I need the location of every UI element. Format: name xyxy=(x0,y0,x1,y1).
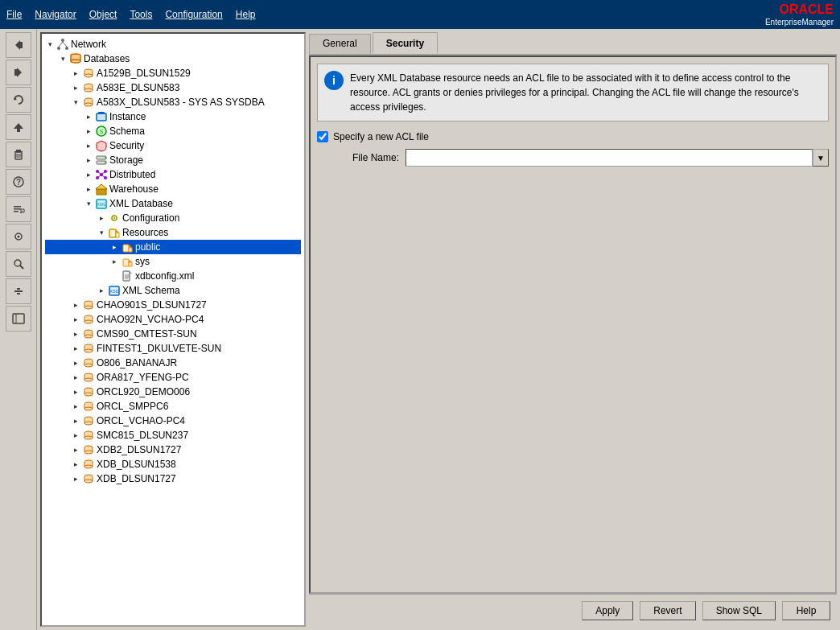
expand-distributed-icon: ▸ xyxy=(84,170,93,179)
toolbar-edit-btn[interactable] xyxy=(6,196,31,222)
toolbar-delete-btn[interactable] xyxy=(6,142,31,167)
tree-node-a583x[interactable]: ▾ A583X_DLSUN583 - SYS AS SYSDBA xyxy=(45,95,301,109)
toolbar-back-btn[interactable] xyxy=(6,32,31,58)
menu-configuration[interactable]: Configuration xyxy=(165,9,222,20)
menu-object[interactable]: Object xyxy=(89,9,117,20)
tree-node-ora817[interactable]: ▸ ORA817_YFENG-PC xyxy=(45,370,301,385)
expand-a583x-icon: ▾ xyxy=(71,97,80,107)
tree-node-fintest1[interactable]: ▸ FINTEST1_DKULVETE-SUN xyxy=(45,341,301,356)
tree-node-a1529b[interactable]: ▸ A1529B_DLSUN1529 xyxy=(45,66,301,80)
expand-xmldb-icon: ▾ xyxy=(84,199,93,208)
tree-node-chao901s[interactable]: ▸ CHAO901S_DLSUN1727 xyxy=(45,298,301,312)
schema-icon: S xyxy=(95,125,108,138)
svg-point-41 xyxy=(84,74,93,77)
filename-dropdown-btn[interactable]: ▼ xyxy=(813,149,829,167)
svg-rect-55 xyxy=(98,112,105,114)
a583x-icon xyxy=(82,96,95,109)
expand-schema-icon: ▸ xyxy=(84,126,93,136)
configuration-label: Configuration xyxy=(122,212,179,224)
tree-node-resources[interactable]: ▾ Resources xyxy=(45,225,301,240)
expand-chao901s-icon: ▸ xyxy=(71,300,80,310)
svg-rect-79 xyxy=(116,233,119,237)
chao92n-label: CHAO92N_VCHAO-PC4 xyxy=(97,314,204,325)
chao901s-icon xyxy=(82,299,95,311)
tree-node-orcl920[interactable]: ▸ ORCL920_DEMO006 xyxy=(45,385,301,399)
tree-node-chao92n[interactable]: ▸ CHAO92N_VCHAO-PC4 xyxy=(45,312,301,327)
smc815-icon xyxy=(82,429,95,442)
tree-node-warehouse[interactable]: ▸ Warehouse xyxy=(45,182,301,196)
toolbar-view-btn[interactable] xyxy=(6,224,31,249)
expand-instance-icon: ▸ xyxy=(84,112,93,121)
bottom-bar: Apply Revert Show SQL Help xyxy=(309,594,837,627)
orcl920-label: ORCL920_DEMO006 xyxy=(97,386,190,397)
menu-navigator[interactable]: Navigator xyxy=(35,9,76,20)
tree-node-cms90[interactable]: ▸ CMS90_CMTEST-SUN xyxy=(45,327,301,341)
svg-rect-6 xyxy=(17,129,20,132)
toolbar-up-btn[interactable] xyxy=(6,114,31,140)
svg-rect-54 xyxy=(97,113,106,121)
svg-marker-0 xyxy=(15,40,20,50)
public-label: public xyxy=(135,241,160,253)
tab-general[interactable]: General xyxy=(309,34,371,54)
tree-node-databases[interactable]: ▾ Databases xyxy=(45,51,301,66)
revert-button[interactable]: Revert xyxy=(640,601,695,620)
svg-rect-15 xyxy=(14,206,21,208)
tree-node-distributed[interactable]: ▸ Distributed xyxy=(45,167,301,182)
toolbar-search-btn[interactable] xyxy=(6,251,31,277)
tree-node-smc815[interactable]: ▸ SMC815_DLSUN237 xyxy=(45,428,301,443)
show-sql-button[interactable]: Show SQL xyxy=(702,601,776,620)
tree-node-xdb-dlsun1727[interactable]: ▸ XDB_DLSUN1727 xyxy=(45,471,301,486)
ora817-label: ORA817_YFENG-PC xyxy=(97,372,189,383)
help-button[interactable]: Help xyxy=(782,601,830,620)
svg-rect-27 xyxy=(13,314,24,323)
right-panel: General Security i Every XML Database re… xyxy=(309,32,837,627)
toolbar-tools-btn[interactable] xyxy=(6,278,31,304)
tree-node-xdb-dlsun1538[interactable]: ▸ XDB_DLSUN1538 xyxy=(45,457,301,471)
tree-node-configuration[interactable]: ▸ Configuration xyxy=(45,211,301,225)
svg-point-155 xyxy=(84,480,93,483)
tree-node-orcl-smppc6[interactable]: ▸ ORCL_SMPPC6 xyxy=(45,399,301,414)
tree-node-orcl-vchao[interactable]: ▸ ORCL_VCHAO-PC4 xyxy=(45,414,301,428)
tree-node-xdb2[interactable]: ▸ XDB2_DLSUN1727 xyxy=(45,443,301,457)
xmlschema-label: XML Schema xyxy=(122,285,180,296)
expand-resources-icon: ▾ xyxy=(97,228,106,237)
tree-node-sys[interactable]: ▸ sys xyxy=(45,254,301,269)
tree-node-xdbconfig[interactable]: ▸ xdbconfig.xml xyxy=(45,269,301,283)
tree-node-xmlschema[interactable]: ▸ XSD XML Schema xyxy=(45,283,301,298)
svg-point-22 xyxy=(14,260,21,266)
svg-marker-84 xyxy=(129,259,132,262)
warehouse-label: Warehouse xyxy=(109,183,159,195)
tab-security[interactable]: Security xyxy=(373,32,438,54)
tree-node-a583e[interactable]: ▸ A583E_DLSUN583 xyxy=(45,80,301,95)
sys-label: sys xyxy=(135,256,150,267)
tree-node-network[interactable]: ▾ Network xyxy=(45,37,301,51)
chao92n-icon xyxy=(82,313,95,326)
toolbar-help-btn[interactable]: ? xyxy=(6,169,31,195)
left-toolbar: ? xyxy=(0,29,37,630)
distributed-label: Distributed xyxy=(109,169,155,180)
menu-help[interactable]: Help xyxy=(236,9,256,20)
toolbar-forward-btn[interactable] xyxy=(6,60,31,85)
tree-node-public[interactable]: ▸ public xyxy=(45,240,301,254)
tree-node-xmldb[interactable]: ▾ XML XML Database xyxy=(45,196,301,211)
apply-button[interactable]: Apply xyxy=(582,601,633,620)
filename-input[interactable] xyxy=(406,149,813,167)
tree-node-schema[interactable]: ▸ S Schema xyxy=(45,124,301,138)
menu-tools[interactable]: Tools xyxy=(130,9,152,20)
tree-node-security[interactable]: ▸ Security xyxy=(45,138,301,153)
o806-label: O806_BANANAJR xyxy=(97,357,177,369)
svg-point-46 xyxy=(84,89,93,92)
specify-acl-checkbox[interactable] xyxy=(317,131,328,142)
tree-node-instance[interactable]: ▸ Instance xyxy=(45,109,301,124)
menu-file[interactable]: File xyxy=(6,9,22,20)
info-box: i Every XML Database resource needs an A… xyxy=(317,64,829,121)
xdb2-icon xyxy=(82,443,95,456)
xdbconfig-label: xdbconfig.xml xyxy=(135,270,194,282)
toolbar-refresh-btn[interactable] xyxy=(6,87,31,113)
tree-node-o806[interactable]: ▸ O806_BANANAJR xyxy=(45,356,301,370)
expand-config-icon: ▸ xyxy=(97,213,106,223)
xdb-dlsun1727-icon xyxy=(82,472,95,485)
xdb-dlsun1538-label: XDB_DLSUN1538 xyxy=(97,459,176,470)
toolbar-explorer-btn[interactable] xyxy=(6,306,31,331)
tree-node-storage[interactable]: ▸ Storage xyxy=(45,153,301,167)
